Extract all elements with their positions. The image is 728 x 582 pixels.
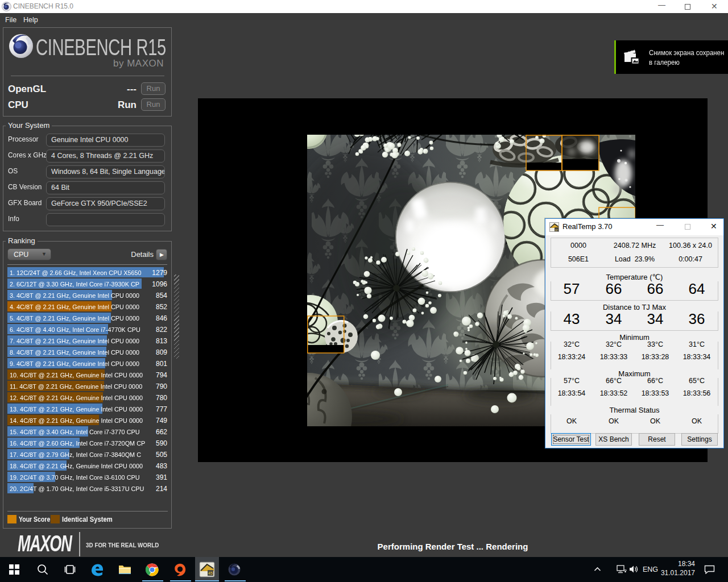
svg-text:45: 45 xyxy=(208,571,213,575)
